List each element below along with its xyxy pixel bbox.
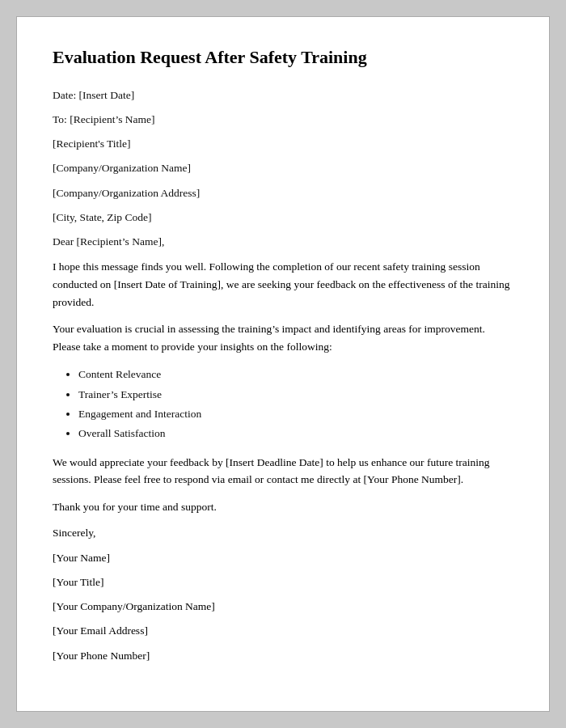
- paragraph-3: We would appreciate your feedback by [In…: [53, 454, 513, 489]
- bullet-item-2: Engagement and Interaction: [78, 404, 513, 424]
- to-line: To: [Recipient’s Name]: [53, 112, 513, 128]
- recipient-title: [Recipient's Title]: [53, 136, 513, 152]
- bullet-item-1: Trainer’s Expertise: [78, 385, 513, 404]
- your-company: [Your Company/Organization Name]: [53, 599, 513, 615]
- closing-block: Sincerely, [Your Name] [Your Title] [You…: [53, 525, 513, 664]
- closing: Sincerely,: [53, 525, 513, 541]
- date-line: Date: [Insert Date]: [53, 87, 513, 104]
- bullet-item-3: Overall Satisfaction: [78, 424, 513, 443]
- paragraph-1: I hope this message finds you well. Foll…: [53, 258, 513, 311]
- your-phone: [Your Phone Number]: [53, 648, 513, 664]
- your-email: [Your Email Address]: [53, 623, 513, 639]
- salutation: Dear [Recipient’s Name],: [53, 234, 513, 250]
- paragraph-4: Thank you for your time and support.: [53, 498, 513, 516]
- bullet-item-0: Content Relevance: [78, 365, 513, 384]
- document-title: Evaluation Request After Safety Training: [53, 46, 513, 70]
- company-address: [Company/Organization Address]: [53, 185, 513, 201]
- bullet-list: Content RelevanceTrainer’s ExpertiseEnga…: [78, 365, 513, 443]
- your-title: [Your Title]: [53, 574, 513, 590]
- your-name: [Your Name]: [53, 550, 513, 566]
- document-container: Evaluation Request After Safety Training…: [16, 16, 550, 712]
- paragraph-2: Your evaluation is crucial in assessing …: [53, 320, 513, 355]
- city-state-zip: [City, State, Zip Code]: [53, 210, 513, 226]
- company-name: [Company/Organization Name]: [53, 160, 513, 176]
